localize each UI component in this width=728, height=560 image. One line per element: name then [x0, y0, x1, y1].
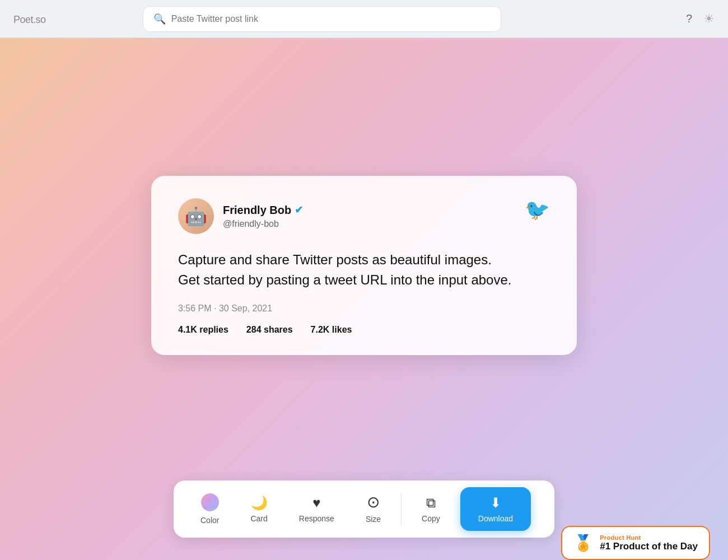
user-details: Friendly Bob ✔ @friendly-bob — [223, 204, 303, 229]
tweet-user-info: 🤖 Friendly Bob ✔ @friendly-bob — [178, 198, 303, 234]
ph-text: Product Hunt #1 Product of the Day — [600, 534, 698, 552]
tweet-header: 🤖 Friendly Bob ✔ @friendly-bob 🐦 — [178, 198, 550, 234]
likes-stat: 7.2K likes — [311, 325, 352, 335]
user-name: Friendly Bob ✔ — [223, 204, 303, 217]
likes-count: 7.2K — [311, 325, 330, 334]
copy-icon — [426, 495, 436, 510]
replies-label: replies — [199, 325, 228, 334]
download-icon — [490, 495, 501, 510]
search-bar: 🔍 — [143, 6, 501, 32]
product-hunt-badge[interactable]: 🏅 Product Hunt #1 Product of the Day — [561, 526, 710, 560]
medal-icon: 🏅 — [573, 534, 593, 552]
replies-stat: 4.1K replies — [178, 325, 228, 335]
search-icon: 🔍 — [153, 13, 166, 25]
replies-count: 4.1K — [178, 325, 197, 334]
circle-icon — [367, 494, 380, 510]
toolbar: Color Card Response Size Copy Download — [174, 480, 554, 538]
help-button[interactable]: ? — [686, 12, 692, 25]
theme-toggle-button[interactable]: ☀ — [703, 12, 715, 26]
avatar: 🤖 — [178, 198, 214, 234]
verified-icon: ✔ — [295, 204, 303, 216]
tweet-stats: 4.1K replies 284 shares 7.2K likes — [178, 325, 550, 335]
ph-title: #1 Product of the Day — [600, 541, 698, 552]
download-button[interactable]: Download — [460, 487, 531, 531]
header: Poet.so 🔍 ? ☀ — [0, 0, 728, 38]
copy-button[interactable]: Copy — [406, 489, 456, 529]
user-handle: @friendly-bob — [223, 219, 303, 229]
size-button[interactable]: Size — [350, 489, 396, 529]
logo-suffix: .so — [33, 14, 46, 25]
toolbar-divider — [401, 492, 402, 526]
copy-label: Copy — [422, 514, 440, 523]
shares-stat: 284 shares — [246, 325, 293, 335]
response-label: Response — [299, 514, 334, 523]
main-area: 🤖 Friendly Bob ✔ @friendly-bob 🐦 Capture… — [0, 38, 728, 560]
tweet-content: Capture and share Twitter posts as beaut… — [178, 250, 550, 290]
logo-text: Poet — [13, 14, 33, 25]
logo: Poet.so — [13, 12, 46, 26]
header-right: ? ☀ — [686, 12, 715, 26]
search-input[interactable] — [171, 14, 491, 24]
ph-label: Product Hunt — [600, 534, 698, 541]
tweet-card: 🤖 Friendly Bob ✔ @friendly-bob 🐦 Capture… — [151, 176, 577, 355]
size-label: Size — [366, 515, 381, 524]
card-button[interactable]: Card — [235, 489, 283, 529]
response-button[interactable]: Response — [283, 489, 350, 529]
shares-count: 284 — [246, 325, 262, 334]
tweet-timestamp: 3:56 PM · 30 Sep, 2021 — [178, 304, 550, 314]
color-circle-icon — [201, 493, 219, 511]
shares-label: shares — [264, 325, 293, 334]
twitter-bird-icon: 🐦 — [525, 198, 550, 222]
color-button[interactable]: Color — [185, 488, 235, 530]
card-label: Card — [250, 514, 267, 523]
likes-label: likes — [332, 325, 352, 334]
color-label: Color — [200, 516, 219, 525]
download-label: Download — [478, 514, 513, 523]
moon-icon — [251, 495, 268, 510]
heart-icon — [312, 495, 320, 510]
